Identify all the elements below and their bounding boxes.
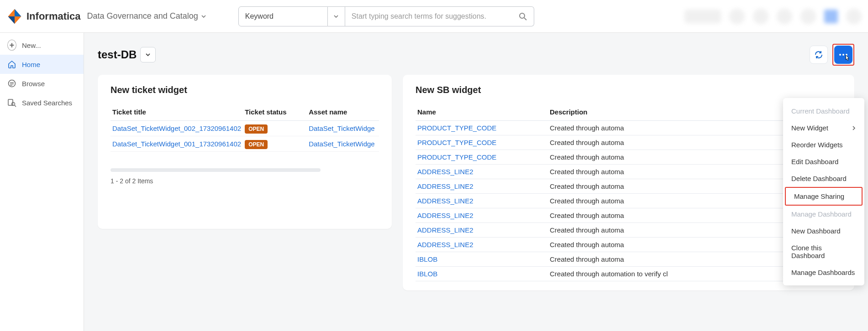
table-row: IBLOBCreated through automation to verif… [416,267,842,281]
table-row: ADDRESS_LINE2Created through automa [416,223,842,238]
page-actions [810,44,854,66]
chevron-down-icon [333,14,339,19]
table-row: IBLOBCreated through automa [416,252,842,267]
svg-point-10 [12,103,15,106]
sidebar: + New... Home Browse Saved Searches [0,33,84,331]
menu-item-manage-sharing[interactable]: Manage Sharing [786,188,862,205]
col-ticket-title: Ticket title [110,103,243,121]
table-row: PRODUCT_TYPE_CODECreated through automa [416,135,842,150]
menu-item-reorder-widgets[interactable]: Reorder Widgets [783,136,864,153]
app-header: Informatica Data Governance and Catalog … [0,0,868,33]
menu-item-edit-dashboard[interactable]: Edit Dashboard [783,153,864,170]
chevron-down-icon [145,52,151,57]
menu-item-label: Edit Dashboard [791,158,838,166]
search-icon[interactable] [518,12,527,21]
sb-name-link[interactable]: PRODUCT_TYPE_CODE [416,135,548,150]
header-right-blurred [684,9,862,24]
col-asset-name: Asset name [307,103,379,121]
table-row: DataSet_TicketWidget_001_17320961402 OPE… [110,136,379,152]
menu-item-label: Manage Dashboard [791,210,852,218]
dashboard-actions-menu: Current Dashboard New WidgetReorder Widg… [783,98,864,285]
sidebar-item-home[interactable]: Home [0,55,84,74]
sb-name-link[interactable]: PRODUCT_TYPE_CODE [416,150,548,165]
sidebar-new-label: New... [22,41,41,49]
table-row: PRODUCT_TYPE_CODECreated through automa [416,150,842,165]
svg-point-3 [520,13,525,18]
menu-item-label: Manage Dashboards [791,269,855,276]
sb-table: Name Description PRODUCT_TYPE_CODECreate… [416,103,842,281]
table-row: ADDRESS_LINE2Created through automa [416,194,842,208]
refresh-icon [814,50,824,60]
table-row: ADDRESS_LINE2Created through automa [416,208,842,223]
asset-link[interactable]: DataSet_TicketWidge [307,136,379,152]
widget-title: New SB widget [416,85,842,95]
status-badge: OPEN [245,124,268,134]
menu-item-delete-dashboard[interactable]: Delete Dashboard [783,170,864,187]
menu-item-new-widget[interactable]: New Widget [783,119,864,136]
brand-name: Informatica [26,10,81,22]
dashboard-selector[interactable] [140,47,156,62]
menu-item-new-dashboard[interactable]: New Dashboard [783,222,864,239]
menu-item-label: Manage Sharing [794,192,844,200]
menu-item-manage-dashboard: Manage Dashboard [783,206,864,222]
informatica-logo-icon [6,8,23,25]
main-content: test-DB [84,33,868,331]
refresh-button[interactable] [810,46,828,64]
page-header: test-DB [98,44,854,66]
svg-marker-1 [15,9,21,16]
saved-search-icon [7,98,16,107]
sb-name-link[interactable]: ADDRESS_LINE2 [416,165,548,179]
menu-item-label: Reorder Widgets [791,141,843,149]
browse-icon [7,79,16,88]
plus-circle-icon: + [7,41,16,50]
search-type-label: Keyword [245,12,274,21]
ticket-title-link[interactable]: DataSet_TicketWidget_001_17320961402 [110,136,243,152]
sidebar-new-button[interactable]: + New... [0,36,84,55]
menu-item-clone-this-dashboard[interactable]: Clone this Dashboard [783,239,864,264]
table-row: ADDRESS_LINE2Created through automa [416,179,842,194]
table-row: ADDRESS_LINE2Created through automa [416,165,842,179]
widget-title: New ticket widget [110,85,379,95]
highlight-annotation: Manage Sharing [785,187,863,206]
product-switcher[interactable]: Data Governance and Catalog [87,11,206,21]
sb-name-link[interactable]: ADDRESS_LINE2 [416,238,548,252]
cursor-pointer-icon [843,54,851,62]
sidebar-item-label: Saved Searches [22,99,72,107]
sidebar-item-label: Browse [22,80,45,88]
sb-name-link[interactable]: IBLOB [416,267,548,281]
menu-item-label: New Widget [791,124,828,132]
menu-item-label: Clone this Dashboard [791,244,856,259]
table-row: PRODUCT_TYPE_CODECreated through automa [416,121,842,135]
svg-line-4 [524,18,526,20]
pager-text: 1 - 2 of 2 Items [110,177,379,185]
page-title: test-DB [98,48,137,61]
search-input[interactable] [352,12,515,21]
sb-name-link[interactable]: ADDRESS_LINE2 [416,208,548,223]
chevron-down-icon [201,14,206,19]
sb-name-link[interactable]: ADDRESS_LINE2 [416,223,548,238]
menu-header: Current Dashboard [783,103,864,119]
sidebar-item-saved-searches[interactable]: Saved Searches [0,93,84,112]
asset-link[interactable]: DataSet_TicketWidge [307,121,379,136]
svg-rect-9 [8,99,13,105]
menu-item-manage-dashboards[interactable]: Manage Dashboards [783,264,864,281]
svg-line-11 [15,105,16,107]
sb-name-link[interactable]: ADDRESS_LINE2 [416,194,548,208]
ticket-title-link[interactable]: DataSet_TicketWidget_002_17320961402 [110,121,243,136]
logo: Informatica Data Governance and Catalog [6,8,206,25]
more-actions-button[interactable] [834,46,852,64]
ticket-table: Ticket title Ticket status Asset name Da… [110,103,379,152]
menu-item-label: Delete Dashboard [791,175,847,182]
sb-name-link[interactable]: IBLOB [416,252,548,267]
search-input-wrap [345,6,534,26]
search-type-selector[interactable]: Keyword [238,6,328,26]
highlight-annotation [832,44,854,66]
sidebar-item-browse[interactable]: Browse [0,74,84,93]
search-type-caret[interactable] [328,6,345,26]
chevron-right-icon [852,126,856,130]
home-icon [7,60,16,69]
sb-name-link[interactable]: ADDRESS_LINE2 [416,179,548,194]
sb-name-link[interactable]: PRODUCT_TYPE_CODE [416,121,548,135]
widget-new-ticket: New ticket widget Ticket title Ticket st… [98,75,392,229]
horizontal-scrollbar[interactable] [110,168,321,172]
